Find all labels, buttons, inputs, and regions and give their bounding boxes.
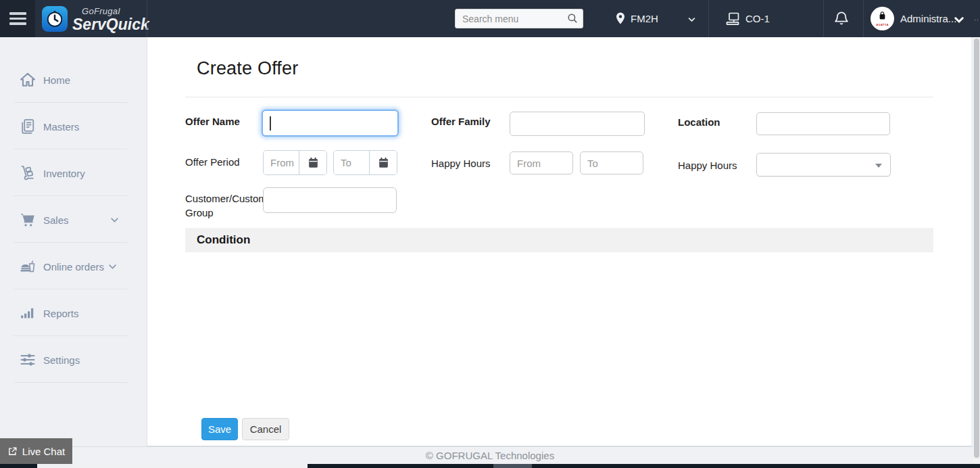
sliders-icon [19, 351, 36, 369]
happy-hours-time-label: Happy Hours [431, 158, 491, 169]
cancel-button[interactable]: Cancel [242, 418, 289, 440]
offer-period-to-input[interactable] [334, 151, 369, 174]
offer-period-to [333, 150, 397, 175]
horizontal-scrollbar-thumb[interactable] [37, 464, 308, 468]
food-order-icon [19, 258, 36, 275]
title-divider [185, 97, 933, 97]
header-divider [863, 0, 864, 37]
calendar-icon [377, 156, 390, 169]
happy-hours-select-label: Happy Hours [678, 160, 737, 171]
location-input[interactable] [756, 112, 890, 135]
calendar-icon [307, 156, 320, 169]
shopping-cart-icon [19, 211, 36, 229]
chevron-down-icon [107, 261, 118, 271]
sidebar-item-online-orders[interactable]: Online orders [0, 243, 147, 289]
search-icon[interactable] [566, 12, 579, 24]
hamburger-menu-button[interactable] [0, 0, 35, 37]
sidebar-item-label: Online orders [43, 260, 104, 272]
footer: © GOFRUGAL Technologies [0, 446, 980, 464]
text-caret [270, 116, 271, 131]
location-label: Location [678, 116, 720, 128]
vertical-scrollbar[interactable] [973, 37, 980, 468]
condition-section-header: Condition [185, 228, 933, 252]
notification-bell-icon[interactable] [833, 9, 850, 28]
brand-servquick: ServQuick [72, 17, 149, 32]
sidebar-item-inventory[interactable]: Inventory [0, 149, 147, 196]
copyright-text: © GOFRUGAL Technologies [426, 450, 554, 461]
avatar: AGATYA [871, 7, 894, 30]
offer-name-input[interactable] [262, 110, 399, 137]
sidebar-item-sales[interactable]: Sales [0, 196, 147, 243]
clock-logo-icon [42, 6, 68, 32]
brand-text: GoFrugal ServQuick [72, 5, 149, 32]
happy-hours-to-input[interactable] [580, 151, 643, 174]
calendar-button[interactable] [299, 151, 326, 174]
header-divider [823, 0, 824, 37]
home-icon [19, 71, 36, 89]
offer-family-input[interactable] [510, 112, 645, 136]
offer-period-from [263, 150, 327, 175]
offer-period-from-input[interactable] [264, 151, 299, 174]
happy-hours-from-input[interactable] [510, 151, 573, 174]
happy-hours-select[interactable] [756, 153, 891, 177]
create-offer-panel: Create Offer Offer Name Offer Family Loc… [147, 37, 971, 446]
horizontal-scrollbar[interactable] [0, 464, 980, 468]
customer-group-input[interactable] [263, 187, 397, 213]
page-title: Create Offer [197, 58, 298, 79]
sidebar: Home Masters Inventory Sales Online orde… [0, 37, 147, 468]
servquick-app: GoFrugal ServQuick FM2H CO-1 AGATYA [0, 0, 980, 468]
search-input[interactable] [455, 9, 583, 28]
chevron-down-icon [687, 14, 697, 24]
sidebar-item-label: Home [43, 74, 70, 85]
brand-gofrugal: GoFrugal [82, 6, 120, 16]
terminal-label: CO-1 [745, 13, 770, 24]
chevron-down-icon [953, 14, 965, 26]
location-label: FM2H [631, 13, 658, 24]
customer-group-label: Customer/Custom Group [185, 191, 265, 220]
documents-icon [19, 118, 36, 135]
sidebar-item-label: Settings [43, 354, 80, 365]
live-chat-label: Live Chat [22, 446, 65, 457]
sidebar-item-home[interactable]: Home [0, 56, 147, 103]
location-pin-icon [614, 10, 627, 26]
avatar-text: AGATYA [871, 23, 894, 26]
sidebar-item-masters[interactable]: Masters [0, 103, 147, 149]
chevron-down-icon [875, 164, 882, 168]
external-link-icon [7, 446, 18, 457]
horizontal-scrollbar-segment [493, 464, 532, 468]
calendar-button[interactable] [369, 151, 397, 174]
sidebar-item-label: Reports [43, 307, 79, 319]
hand-truck-icon [19, 164, 36, 182]
brand-logo[interactable]: GoFrugal ServQuick [42, 5, 149, 32]
live-chat-button[interactable]: Live Chat [0, 438, 72, 464]
condition-title: Condition [197, 228, 250, 252]
offer-name-label: Offer Name [185, 116, 240, 127]
sidebar-item-reports[interactable]: Reports [0, 289, 147, 336]
chevron-down-icon [109, 214, 120, 225]
header-overflow-dots: .. [974, 14, 979, 22]
top-bar: GoFrugal ServQuick FM2H CO-1 AGATYA [0, 0, 980, 37]
shopping-bag-icon [877, 11, 887, 21]
offer-period-label: Offer Period [185, 156, 240, 168]
sidebar-item-label: Sales [43, 214, 69, 225]
sidebar-item-label: Inventory [43, 167, 85, 179]
sidebar-item-settings[interactable]: Settings [0, 336, 147, 383]
pos-terminal-icon [725, 11, 741, 27]
vertical-scrollbar-thumb[interactable] [974, 39, 979, 458]
header-divider [147, 0, 147, 37]
offer-family-label: Offer Family [431, 116, 491, 127]
save-button[interactable]: Save [201, 418, 238, 440]
header-divider [708, 0, 709, 37]
sidebar-item-label: Masters [43, 120, 79, 132]
menu-search [455, 9, 583, 28]
user-name: Administra... [900, 13, 956, 24]
bar-chart-icon [19, 304, 36, 322]
